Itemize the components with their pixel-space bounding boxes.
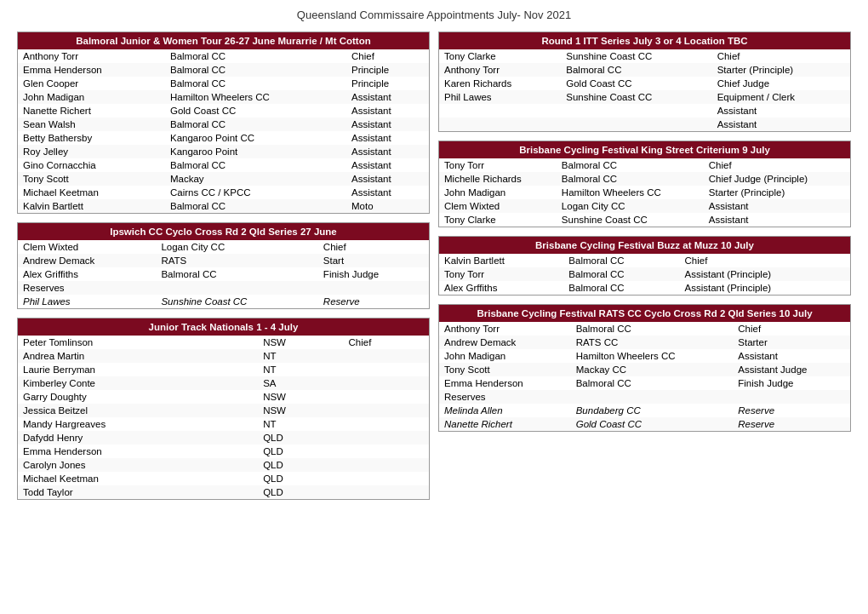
table-row: Todd TaylorQLD [18,485,429,499]
table-row: Kalvin BartlettBalmoral CCChief [439,254,850,267]
ipswich-table: Clem WixtedLogan City CCChiefAndrew Dema… [18,240,429,308]
table-row: Garry DoughtyNSW [18,390,429,404]
table-row: Emma HendersonBalmoral CCPrinciple [18,63,429,77]
section-brisbane-buzz: Brisbane Cycling Festival Buzz at Muzz 1… [438,236,851,296]
table-row: Tony ScottMackayAssistant [18,172,429,186]
table-row: Tony TorrBalmoral CCChief [439,158,850,172]
table-row: Emma HendersonQLD [18,445,429,458]
table-row: Laurie BerrymanNT [18,363,429,376]
ipswich-header: Ipswich CC Cyclo Cross Rd 2 Qld Series 2… [18,223,429,240]
table-row: Phil LawesSunshine Coast CCReserve [18,295,429,308]
brisbane-king-table: Tony TorrBalmoral CCChiefMichelle Richar… [439,158,850,227]
table-row: Carolyn JonesQLD [18,458,429,472]
brisbane-rats-table: Anthony TorrBalmoral CCChiefAndrew Demac… [439,322,850,431]
table-row: Gino CornacchiaBalmoral CCAssistant [18,158,429,172]
table-row: Sean WalshBalmoral CCAssistant [18,118,429,131]
brisbane-rats-header: Brisbane Cycling Festival RATS CC Cyclo … [439,305,850,322]
table-row: Dafydd HenryQLD [18,431,429,445]
reserves-label-row: Reserves [439,390,850,404]
table-row: Tony ClarkeSunshine Coast CCChief [439,49,850,63]
table-row: Phil LawesSunshine Coast CCEquipment / C… [439,90,850,104]
table-row: Roy JelleyKangaroo PointAssistant [18,145,429,158]
table-row: Kalvin BartlettBalmoral CCMoto [18,199,429,213]
round1-itt-table: Tony ClarkeSunshine Coast CCChiefAnthony… [439,49,850,131]
table-row: Michael KeetmanQLD [18,472,429,485]
table-row: Andrea MartinNT [18,349,429,363]
page-title: Queensland Commissaire Appointments July… [17,9,851,21]
junior-track-table: Peter TomlinsonNSWChiefAndrea MartinNTLa… [18,336,429,499]
right-column: Round 1 ITT Series July 3 or 4 Location … [438,32,851,432]
table-row: John MadiganHamilton Wheelers CCStarter … [439,186,850,199]
table-row: Andrew DemackRATSStart [18,254,429,267]
table-row: Glen CooperBalmoral CCPrinciple [18,77,429,90]
table-row: John MadiganHamilton Wheelers CCAssistan… [18,90,429,104]
balmoral-junior-table: Anthony TorrBalmoral CCChiefEmma Henders… [18,49,429,213]
section-balmoral-junior: Balmoral Junior & Women Tour 26-27 June … [17,32,430,214]
table-row: Anthony TorrBalmoral CCChief [18,49,429,63]
section-junior-track: Junior Track Nationals 1 - 4 July Peter … [17,318,430,500]
section-ipswich: Ipswich CC Cyclo Cross Rd 2 Qld Series 2… [17,222,430,309]
section-brisbane-king: Brisbane Cycling Festival King Street Cr… [438,141,851,227]
table-row: Andrew DemackRATS CCStarter [439,336,850,349]
round1-itt-header: Round 1 ITT Series July 3 or 4 Location … [439,32,850,49]
table-row: Michelle RichardsBalmoral CCChief Judge … [439,172,850,186]
table-row: Anthony TorrBalmoral CCStarter (Principl… [439,63,850,77]
table-row: Assistant [439,118,850,131]
brisbane-buzz-header: Brisbane Cycling Festival Buzz at Muzz 1… [439,237,850,254]
brisbane-buzz-table: Kalvin BartlettBalmoral CCChiefTony Torr… [439,254,850,295]
table-row: Nanette RichertGold Coast CCAssistant [18,104,429,118]
table-row: Alex GriffithsBalmoral CCFinish Judge [18,267,429,281]
table-row: Kimberley ConteSA [18,376,429,390]
table-row: Melinda AllenBundaberg CCReserve [439,404,850,417]
reserves-label-row: Reserves [18,281,429,295]
table-row: Jessica BeitzelNSW [18,404,429,417]
table-row: Betty BathersbyKangaroo Point CCAssistan… [18,131,429,145]
main-layout: Balmoral Junior & Women Tour 26-27 June … [17,32,851,500]
table-row: Tony ScottMackay CCAssistant Judge [439,363,850,376]
left-column: Balmoral Junior & Women Tour 26-27 June … [17,32,430,500]
table-row: Karen RichardsGold Coast CCChief Judge [439,77,850,90]
table-row: Alex GrffithsBalmoral CCAssistant (Princ… [439,281,850,295]
table-row: Clem WixtedLogan City CCChief [18,240,429,254]
table-row: Anthony TorrBalmoral CCChief [439,322,850,336]
table-row: Mandy HargreavesNT [18,417,429,431]
table-row: Peter TomlinsonNSWChief [18,336,429,349]
table-row: Emma HendersonBalmoral CCFinish Judge [439,376,850,390]
table-row: Michael KeetmanCairns CC / KPCCAssistant [18,186,429,199]
table-row: Clem WixtedLogan City CCAssistant [439,199,850,213]
section-round1-itt: Round 1 ITT Series July 3 or 4 Location … [438,32,851,132]
table-row: Tony ClarkeSunshine Coast CCAssistant [439,213,850,227]
section-brisbane-rats: Brisbane Cycling Festival RATS CC Cyclo … [438,304,851,432]
table-row: John MadiganHamilton Wheelers CCAssistan… [439,349,850,363]
balmoral-junior-header: Balmoral Junior & Women Tour 26-27 June … [18,32,429,49]
junior-track-header: Junior Track Nationals 1 - 4 July [18,318,429,336]
table-row: Nanette RichertGold Coast CCReserve [439,417,850,431]
table-row: Tony TorrBalmoral CCAssistant (Principle… [439,267,850,281]
table-row: Assistant [439,104,850,118]
brisbane-king-header: Brisbane Cycling Festival King Street Cr… [439,141,850,158]
